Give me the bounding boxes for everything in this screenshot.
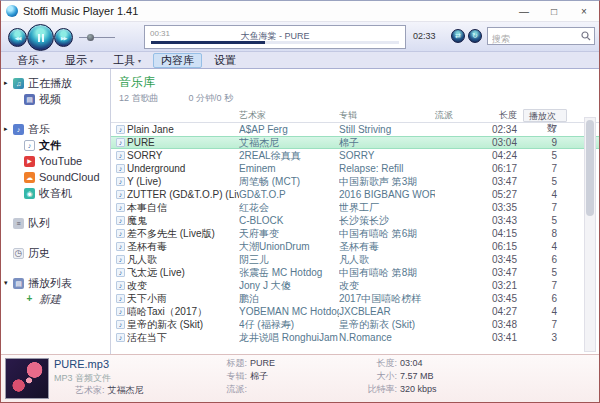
cell-artist: 张震岳 MC Hotdog xyxy=(239,266,339,280)
file-icon: ♪ xyxy=(24,140,35,151)
expand-arrow-icon[interactable]: ▸ xyxy=(4,79,13,87)
column-length[interactable]: 长度 xyxy=(465,109,523,122)
cell-artist: 鹏泊 xyxy=(239,292,339,306)
cell-artist: 天府事变 xyxy=(239,227,339,241)
volume-slider[interactable] xyxy=(79,37,115,38)
sidebar-item[interactable]: ≡ 队列 xyxy=(1,215,110,231)
column-genre[interactable]: 流派 xyxy=(435,109,465,122)
sidebar-item[interactable]: ▸ ♫ 正在播放 xyxy=(1,75,110,91)
info-field: 长度: 03:04 xyxy=(341,357,437,370)
field-label: 专辑: xyxy=(211,370,247,383)
cell-length: 03:35 xyxy=(465,202,523,213)
sidebar-item-label: 新建 xyxy=(39,292,61,307)
chevron-down-icon: ▾ xyxy=(42,57,45,64)
table-row[interactable]: ♪ PURE 艾福杰尼 棉子 03:04 9 xyxy=(111,136,599,149)
menu-item[interactable]: 内容库▾ xyxy=(153,53,202,68)
sidebar-item[interactable]: ☁ SoundCloud xyxy=(1,169,110,185)
cell-album: SORRY xyxy=(339,150,435,161)
scrollbar-thumb[interactable] xyxy=(586,120,594,216)
table-row[interactable]: ♪ ZUTTER (GD&T.O.P) (Live) GD&T.O.P 2016… xyxy=(111,188,599,201)
sidebar-item-label: 正在播放 xyxy=(28,76,72,91)
table-row[interactable]: ♪ 凡人歌 阴三儿 凡人歌 03:45 6 xyxy=(111,253,599,266)
cell-plays: 4 xyxy=(523,306,567,317)
repeat-button[interactable]: ↻ xyxy=(468,29,482,43)
sidebar-item[interactable]: ♪ 文件 xyxy=(1,137,110,153)
expand-arrow-icon[interactable]: ▸ xyxy=(4,125,13,133)
cell-title: SORRY xyxy=(127,150,239,161)
window-title: Stoffi Music Player 1.41 xyxy=(23,5,509,17)
cell-plays: 9 xyxy=(523,137,567,148)
track-icon: ♪ xyxy=(116,216,125,225)
album-art xyxy=(5,358,49,399)
cell-album: 圣杯有毒 xyxy=(339,240,435,254)
app-icon xyxy=(6,5,18,17)
search-input[interactable] xyxy=(488,31,594,47)
table-row[interactable]: ♪ 魔鬼 C-BLOCK 长沙策长沙 03:43 5 xyxy=(111,214,599,227)
menu-item[interactable]: 音乐▾ xyxy=(9,53,53,68)
playback-toolbar: ◀◀ ▶▶ 00:31 大鱼海棠 - PURE 02:33 ⇄ ↻ xyxy=(1,22,599,52)
cell-artist: 艾福杰尼 xyxy=(239,136,339,150)
cell-artist: 大潮UnionDrum xyxy=(239,240,339,254)
menu-item[interactable]: 显示▾ xyxy=(57,53,101,68)
table-row[interactable]: ♪ 飞太远 (Live) 张震岳 MC Hotdog 中国有嘻哈 第8期 03:… xyxy=(111,266,599,279)
cell-album: 2016 BIGBANG WORLD… xyxy=(339,189,435,200)
column-album[interactable]: 专辑 xyxy=(339,109,435,122)
table-header: 艺术家 专辑 流派 长度 播放次数 xyxy=(111,108,599,123)
play-pause-button[interactable] xyxy=(27,24,54,51)
cell-length: 03:21 xyxy=(465,280,523,291)
table-row[interactable]: ♪ 圣杯有毒 大潮UnionDrum 圣杯有毒 06:15 4 xyxy=(111,240,599,253)
previous-button[interactable]: ◀◀ xyxy=(8,28,27,47)
table-row[interactable]: ♪ 本事自信 红花会 世界工厂 03:35 7 xyxy=(111,201,599,214)
menu-item-label: 显示 xyxy=(65,53,87,68)
next-button[interactable]: ▶▶ xyxy=(54,28,73,47)
table-row[interactable]: ♪ 差不多先生 (Live版) 天府事变 中国有嘻哈 第6期 04:15 8 xyxy=(111,227,599,240)
volume-knob[interactable] xyxy=(87,34,94,41)
film-icon: ▤ xyxy=(24,94,35,105)
track-icon: ♪ xyxy=(116,177,125,186)
sidebar-item[interactable]: ▤ 视频 xyxy=(1,91,110,107)
shuffle-button[interactable]: ⇄ xyxy=(451,29,465,43)
table-row[interactable]: ♪ SORRY 2REAL徐真真 SORRY 04:24 5 xyxy=(111,149,599,162)
table-row[interactable]: ♪ 活在当下 龙井说唱 RonghuiJam N.Romance 03:41 3 xyxy=(111,331,599,344)
vertical-scrollbar[interactable] xyxy=(584,117,596,352)
table-row[interactable]: ♪ 改变 Jony J 大傻 改变 03:21 7 xyxy=(111,279,599,292)
sidebar-item-label: 收音机 xyxy=(39,186,72,201)
sidebar-item[interactable]: ▸ ♪ 音乐 xyxy=(1,121,110,137)
cell-album: 棉子 xyxy=(339,136,435,150)
info-fields-left: 艺术家: 艾福杰尼 xyxy=(75,384,144,397)
minimize-button[interactable]: — xyxy=(509,1,539,21)
expand-arrow-icon[interactable]: ▾ xyxy=(4,279,13,287)
cell-length: 04:15 xyxy=(465,228,523,239)
table-row[interactable]: ♪ 皇帝的新衣 (Skit) 4仔 (福禄寿) 皇帝的新衣 (Skit) 03:… xyxy=(111,318,599,331)
sidebar-item[interactable]: ◉ 收音机 xyxy=(1,185,110,201)
column-artist[interactable]: 艺术家 xyxy=(239,109,339,122)
cell-title: 嘻哈Taxi（2017） xyxy=(127,305,239,319)
track-info-bar: PURE.mp3 MP3 音频文件 艺术家: 艾福杰尼 标题: PURE 专辑:… xyxy=(1,354,599,402)
table-row[interactable]: ♪ 天下小雨 鹏泊 2017中国嘻哈榜样 03:45 6 xyxy=(111,292,599,305)
cell-length: 03:48 xyxy=(465,319,523,330)
track-icon: ♪ xyxy=(116,203,125,212)
field-value: PURE xyxy=(250,357,275,370)
seek-area[interactable]: 00:31 大鱼海棠 - PURE xyxy=(144,25,406,49)
menu-item[interactable]: 工具▾ xyxy=(105,53,149,68)
sidebar-item[interactable]: ▶ YouTube xyxy=(1,153,110,169)
cell-title: 活在当下 xyxy=(127,331,239,345)
track-icon: ♪ xyxy=(116,125,125,134)
cell-album: 中国有嘻哈 第6期 xyxy=(339,227,435,241)
sidebar-item[interactable]: ◷ 历史 xyxy=(1,245,110,261)
library-panel: 音乐库 12 首歌曲0 分钟/0 秒 艺术家 专辑 流派 长度 播放次数 ♪ P… xyxy=(111,69,599,354)
table-row[interactable]: ♪ 嘻哈Taxi（2017） YOBEMAN MC Hotdog JXCBLEA… xyxy=(111,305,599,318)
close-button[interactable]: × xyxy=(569,1,599,21)
seek-bar[interactable] xyxy=(151,41,399,44)
column-plays[interactable]: 播放次数 xyxy=(523,109,567,122)
cell-album: 世界工厂 xyxy=(339,201,435,215)
table-row[interactable]: ♪ Underground Eminem Relapse: Refill 06:… xyxy=(111,162,599,175)
menu-item[interactable]: 设置▾ xyxy=(206,53,244,68)
menu-item-label: 内容库 xyxy=(161,53,194,68)
sidebar-item[interactable]: ▾ ▤ 播放列表 xyxy=(1,275,110,291)
app-window: Stoffi Music Player 1.41 — □ × ◀◀ ▶▶ 00:… xyxy=(0,0,600,403)
maximize-button[interactable]: □ xyxy=(539,1,569,21)
sidebar-item[interactable]: + 新建 xyxy=(1,291,110,307)
table-row[interactable]: ♪ Plain Jane A$AP Ferg Still Striving 02… xyxy=(111,123,599,136)
table-row[interactable]: ♪ Y (Live) 周笔畅 (MCT) 中国新歌声 第3期 03:47 5 xyxy=(111,175,599,188)
